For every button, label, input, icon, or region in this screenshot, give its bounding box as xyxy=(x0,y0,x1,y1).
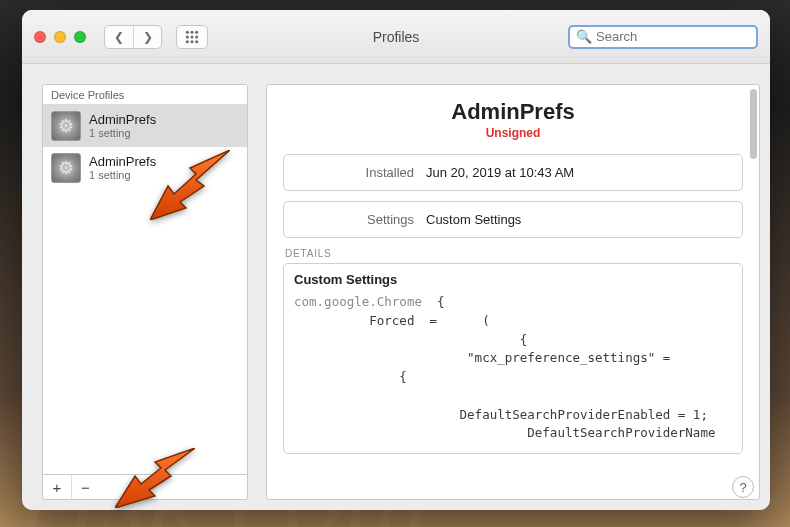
svg-point-2 xyxy=(195,30,198,33)
svg-point-8 xyxy=(195,40,198,43)
grid-icon xyxy=(185,30,199,44)
settings-row: Settings Custom Settings xyxy=(283,201,743,238)
settings-value: Custom Settings xyxy=(426,212,730,227)
svg-point-5 xyxy=(195,35,198,38)
svg-point-1 xyxy=(190,30,193,33)
profile-name: AdminPrefs xyxy=(89,112,156,128)
gear-icon: ⚙ xyxy=(51,111,81,141)
list-header: Device Profiles xyxy=(43,85,247,105)
profile-subtext: 1 setting xyxy=(89,127,156,140)
details-box-title: Custom Settings xyxy=(284,264,742,293)
chevron-right-icon: ❯ xyxy=(143,30,153,44)
details-box: Custom Settings com.google.Chrome { Forc… xyxy=(283,263,743,454)
installed-row: Installed Jun 20, 2019 at 10:43 AM xyxy=(283,154,743,191)
svg-point-3 xyxy=(186,35,189,38)
back-button[interactable]: ❮ xyxy=(105,26,133,48)
profile-item[interactable]: ⚙ AdminPrefs 1 setting xyxy=(43,147,247,189)
profiles-list: Device Profiles ⚙ AdminPrefs 1 setting ⚙… xyxy=(42,84,248,475)
profile-texts: AdminPrefs 1 setting xyxy=(89,112,156,141)
detail-pane: AdminPrefs Unsigned Installed Jun 20, 20… xyxy=(266,84,760,500)
installed-label: Installed xyxy=(296,165,426,180)
remove-profile-button[interactable]: − xyxy=(71,475,99,499)
detail-status: Unsigned xyxy=(283,126,743,140)
preferences-window: ❮ ❯ Profiles 🔍 Device Profiles xyxy=(22,10,770,510)
window-body: Device Profiles ⚙ AdminPrefs 1 setting ⚙… xyxy=(22,64,770,510)
window-controls xyxy=(34,31,86,43)
installed-value: Jun 20, 2019 at 10:43 AM xyxy=(426,165,730,180)
help-button[interactable]: ? xyxy=(732,476,754,498)
search-field[interactable]: 🔍 xyxy=(568,25,758,49)
nav-back-forward: ❮ ❯ xyxy=(104,25,162,49)
minimize-icon[interactable] xyxy=(54,31,66,43)
search-icon: 🔍 xyxy=(576,29,592,44)
details-header: DETAILS xyxy=(285,248,743,259)
details-code: com.google.Chrome { Forced = ( { "mcx_pr… xyxy=(284,293,742,453)
profile-name: AdminPrefs xyxy=(89,154,156,170)
code-body: { Forced = ( { "mcx_preference_settings"… xyxy=(294,294,715,440)
svg-point-6 xyxy=(186,40,189,43)
detail-scroll[interactable]: AdminPrefs Unsigned Installed Jun 20, 20… xyxy=(267,85,759,499)
gear-icon: ⚙ xyxy=(51,153,81,183)
show-all-button[interactable] xyxy=(176,25,208,49)
svg-point-4 xyxy=(190,35,193,38)
sidebar: Device Profiles ⚙ AdminPrefs 1 setting ⚙… xyxy=(42,84,248,500)
code-domain: com.google.Chrome xyxy=(294,294,422,309)
titlebar: ❮ ❯ Profiles 🔍 xyxy=(22,10,770,64)
add-profile-button[interactable]: + xyxy=(43,475,71,499)
svg-point-0 xyxy=(186,30,189,33)
list-footer: + − xyxy=(42,475,248,500)
settings-label: Settings xyxy=(296,212,426,227)
chevron-left-icon: ❮ xyxy=(114,30,124,44)
close-icon[interactable] xyxy=(34,31,46,43)
profile-subtext: 1 setting xyxy=(89,169,156,182)
forward-button[interactable]: ❯ xyxy=(133,26,161,48)
search-input[interactable] xyxy=(596,29,764,44)
zoom-icon[interactable] xyxy=(74,31,86,43)
svg-point-7 xyxy=(190,40,193,43)
profile-item[interactable]: ⚙ AdminPrefs 1 setting xyxy=(43,105,247,147)
detail-title: AdminPrefs xyxy=(283,99,743,125)
profile-texts: AdminPrefs 1 setting xyxy=(89,154,156,183)
